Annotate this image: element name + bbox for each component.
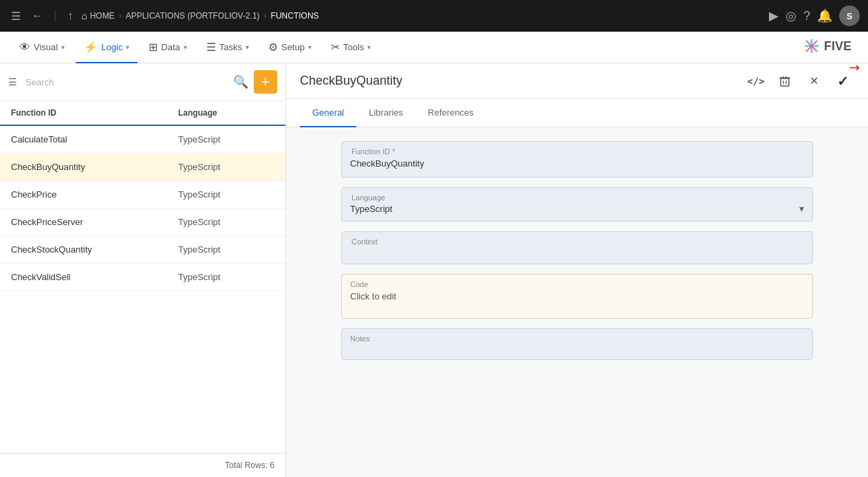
function-id-input[interactable] (350, 157, 804, 170)
breadcrumb-section[interactable]: FUNCTIONS (271, 11, 319, 21)
sidebar-search-bar: ☰ 🔍 + (0, 63, 285, 101)
svg-rect-5 (781, 78, 789, 86)
avatar[interactable]: S (839, 6, 860, 26)
language-cell: TypeScript (178, 162, 274, 172)
nav-item-tasks-label: Tasks (219, 42, 242, 52)
menu-icon[interactable]: ☰ (8, 7, 23, 25)
breadcrumb-sep1: › (119, 11, 122, 21)
nav-item-tools-label: Tools (343, 42, 364, 52)
nav-item-setup-label: Setup (281, 42, 305, 52)
tab-libraries[interactable]: Libraries (356, 99, 415, 127)
nav-item-tools[interactable]: ✂ Tools ▾ (323, 32, 379, 63)
breadcrumb-sep2: › (264, 11, 267, 21)
context-field: Context (341, 231, 813, 264)
setup-arrow: ▾ (308, 43, 312, 51)
data-icon: ⊞ (149, 41, 158, 54)
detail-tabs: General Libraries References (286, 99, 868, 127)
setup-icon: ⚙ (268, 41, 278, 54)
list-item[interactable]: CheckPrice TypeScript (0, 181, 285, 209)
sidebar-footer: Total Rows: 6 (0, 453, 285, 477)
visual-icon: 👁 (19, 41, 30, 54)
total-rows-label: Total Rows: 6 (225, 460, 274, 470)
svg-text:FIVE: FIVE (824, 39, 851, 53)
five-logo: FIVE (802, 35, 857, 59)
visual-arrow: ▾ (61, 43, 65, 51)
nav-item-tasks[interactable]: ☰ Tasks ▾ (198, 32, 257, 63)
function-id-cell: CalculateTotal (11, 134, 178, 145)
language-cell: TypeScript (178, 217, 274, 227)
tasks-arrow: ▾ (246, 43, 249, 51)
top-bar: ☰ ← | ↑ ⌂ HOME › APPLICATIONS (PORTFOLIO… (0, 0, 868, 32)
list-item[interactable]: CheckBuyQuantity TypeScript (0, 153, 285, 181)
notes-field: Notes (341, 328, 813, 360)
logic-icon: ⚡ (84, 41, 98, 54)
function-id-cell: CheckStockQuantity (11, 244, 178, 255)
tasks-icon: ☰ (206, 41, 216, 54)
help-icon[interactable]: ? (803, 9, 810, 23)
save-button[interactable]: ✓ (831, 70, 854, 93)
table-header: Function ID Language (0, 101, 285, 126)
detail-title: CheckBuyQuantity (300, 74, 744, 88)
notes-label: Notes (350, 335, 804, 343)
bell-icon[interactable]: 🔔 (817, 8, 832, 23)
back-icon[interactable]: ← (29, 7, 45, 25)
function-id-field: Function ID * (341, 141, 813, 178)
nav-item-logic[interactable]: ⚡ Logic ▾ (76, 32, 138, 63)
detail-form: Function ID * Language TypeScript ▾ Cont… (286, 127, 868, 477)
code-value[interactable]: Click to edit (350, 291, 396, 301)
sidebar: ☰ 🔍 + Function ID Language CalculateTota… (0, 63, 286, 477)
language-cell: TypeScript (178, 189, 274, 200)
sidebar-list: CalculateTotal TypeScript CheckBuyQuanti… (0, 126, 285, 453)
context-label: Context (350, 237, 804, 246)
delete-button[interactable] (773, 70, 796, 93)
language-cell: TypeScript (178, 244, 274, 255)
search-magnifier-icon[interactable]: 🔍 (233, 74, 248, 89)
nav-item-data[interactable]: ⊞ Data ▾ (140, 32, 195, 63)
language-field: Language TypeScript ▾ (341, 187, 813, 222)
function-id-cell: CheckValidSell (11, 272, 178, 282)
list-item[interactable]: CheckStockQuantity TypeScript (0, 236, 285, 264)
language-dropdown-icon[interactable]: ▾ (799, 203, 804, 214)
tab-references[interactable]: References (415, 99, 486, 127)
function-id-label: Function ID * (350, 147, 804, 156)
breadcrumb: ⌂ HOME › APPLICATIONS (PORTFOLIOV-2.1) ›… (81, 10, 318, 21)
tab-general[interactable]: General (300, 99, 356, 127)
delete-icon (779, 75, 791, 87)
close-button[interactable]: ✕ (802, 70, 825, 93)
divider-icon: | (51, 7, 59, 25)
function-id-cell: CheckPrice (11, 189, 178, 200)
nav-item-logic-label: Logic (101, 42, 122, 52)
nav-item-visual-label: Visual (34, 42, 58, 52)
secondary-nav: 👁 Visual ▾ ⚡ Logic ▾ ⊞ Data ▾ ☰ Tasks ▾ … (0, 32, 868, 63)
code-editor-button[interactable]: </> (744, 70, 768, 93)
list-item[interactable]: CheckPriceServer TypeScript (0, 209, 285, 236)
search-icon[interactable]: ◎ (785, 8, 796, 23)
col-header-function-id: Function ID (11, 108, 178, 118)
save-button-wrapper: ✓ ↗ (831, 70, 854, 93)
list-item[interactable]: CheckValidSell TypeScript (0, 264, 285, 291)
home-icon: ⌂ (81, 10, 87, 21)
main-content: ☰ 🔍 + Function ID Language CalculateTota… (0, 63, 868, 477)
five-logo-svg: FIVE (802, 35, 857, 57)
language-cell: TypeScript (178, 272, 274, 282)
code-field[interactable]: Code Click to edit (341, 274, 813, 319)
breadcrumb-home-label[interactable]: HOME (90, 11, 115, 21)
function-id-cell: CheckBuyQuantity (11, 162, 178, 172)
nav-item-visual[interactable]: 👁 Visual ▾ (11, 32, 73, 63)
top-bar-left: ☰ ← | ↑ ⌂ HOME › APPLICATIONS (PORTFOLIO… (8, 7, 763, 25)
detail-header: CheckBuyQuantity </> ✕ ✓ ↗ (286, 63, 868, 99)
breadcrumb-home[interactable]: ⌂ HOME (81, 10, 114, 21)
play-icon[interactable]: ▶ (769, 8, 779, 23)
tools-icon: ✂ (331, 41, 340, 54)
code-label: Code (350, 280, 804, 288)
language-cell: TypeScript (178, 134, 274, 145)
breadcrumb-app[interactable]: APPLICATIONS (PORTFOLIOV-2.1) (126, 11, 260, 21)
logic-arrow: ▾ (126, 43, 129, 51)
language-value: TypeScript (350, 204, 392, 214)
filter-icon[interactable]: ☰ (8, 76, 17, 87)
forward-icon[interactable]: ↑ (65, 7, 76, 25)
list-item[interactable]: CalculateTotal TypeScript (0, 126, 285, 153)
nav-item-setup[interactable]: ⚙ Setup ▾ (260, 32, 320, 63)
search-input[interactable] (25, 77, 228, 87)
add-button[interactable]: + (254, 70, 277, 94)
